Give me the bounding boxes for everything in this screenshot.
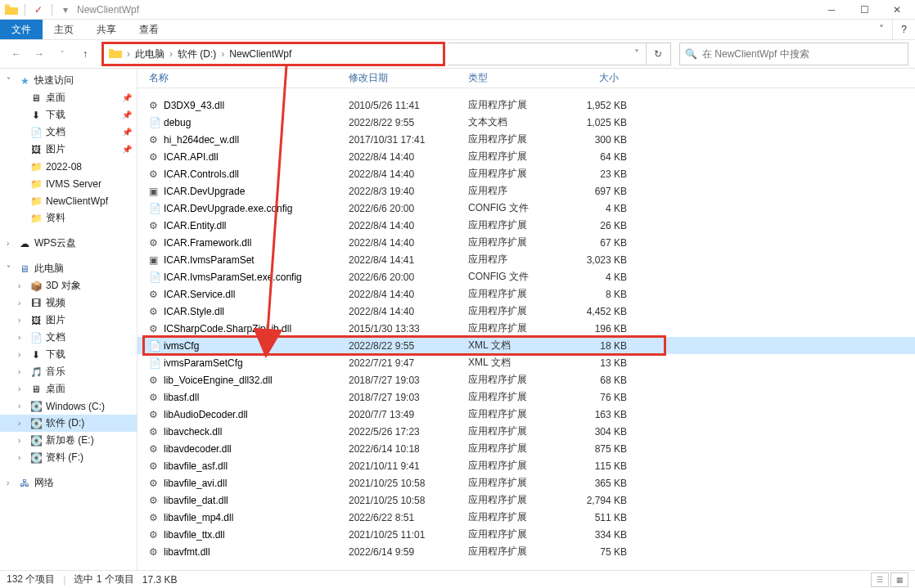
- refresh-button[interactable]: ↻: [646, 43, 669, 65]
- chevron-right-icon[interactable]: ›: [7, 239, 15, 248]
- tab-share[interactable]: 共享: [85, 20, 128, 39]
- chevron-right-icon[interactable]: ›: [18, 350, 26, 359]
- table-row[interactable]: ⚙libasf.dll2018/7/27 19:03应用程序扩展76 KB: [137, 388, 915, 406]
- breadcrumb[interactable]: › 此电脑 › 软件 (D:) › NewClientWpf: [101, 42, 445, 66]
- table-row[interactable]: 📄ICAR.DevUpgrade.exe.config2022/6/6 20:0…: [137, 200, 915, 217]
- this-pc[interactable]: ˅ 🖥 此电脑: [0, 260, 137, 277]
- chevron-right-icon[interactable]: ›: [18, 333, 26, 342]
- sidebar-item[interactable]: 🖼图片📌: [0, 141, 137, 158]
- table-row[interactable]: ⚙libavfile_mp4.dll2022/6/22 8:51应用程序扩展51…: [137, 509, 915, 526]
- sidebar-item[interactable]: ›🖥桌面: [0, 380, 137, 397]
- table-row[interactable]: ⚙ICAR.API.dll2022/8/4 14:40应用程序扩展64 KB: [137, 148, 915, 165]
- chevron-right-icon[interactable]: ›: [18, 281, 26, 290]
- table-row[interactable]: ⚙libavfile_asf.dll2021/10/11 9:41应用程序扩展1…: [137, 457, 915, 474]
- col-size[interactable]: 大小: [563, 71, 627, 85]
- table-row[interactable]: ⚙libavdecoder.dll2022/6/14 10:18应用程序扩展87…: [137, 440, 915, 457]
- chevron-right-icon[interactable]: ›: [18, 402, 26, 411]
- sidebar-item[interactable]: ›🖼图片: [0, 312, 137, 329]
- sidebar-item[interactable]: 📁2022-08: [0, 158, 137, 175]
- table-row[interactable]: ⚙ICAR.Entity.dll2022/8/4 14:40应用程序扩展26 K…: [137, 217, 915, 234]
- tab-file[interactable]: 文件: [0, 20, 43, 39]
- table-row[interactable]: ⚙D3DX9_43.dll2010/5/26 11:41应用程序扩展1,952 …: [137, 97, 915, 114]
- chevron-right-icon[interactable]: ›: [18, 453, 26, 462]
- table-row[interactable]: 📄ICAR.IvmsParamSet.exe.config2022/6/6 20…: [137, 268, 915, 285]
- chevron-right-icon[interactable]: ›: [18, 436, 26, 445]
- network[interactable]: › 🖧 网络: [0, 474, 137, 491]
- address-extra[interactable]: ˅ ↻: [448, 43, 671, 65]
- chevron-down-icon[interactable]: ˅: [7, 264, 15, 273]
- navigation-pane[interactable]: ˅ ★ 快速访问 🖥桌面📌⬇下载📌📄文档📌🖼图片📌📁2022-08📁IVMS S…: [0, 69, 137, 570]
- table-row[interactable]: ⚙libavfmt.dll2022/6/14 9:59应用程序扩展75 KB: [137, 543, 915, 560]
- crumb-drive[interactable]: 软件 (D:): [178, 47, 216, 61]
- chevron-right-icon[interactable]: ›: [18, 316, 26, 325]
- chevron-down-icon[interactable]: ˅: [7, 76, 15, 85]
- table-row[interactable]: ▣ICAR.IvmsParamSet2022/8/4 14:41应用程序3,02…: [137, 251, 915, 268]
- chevron-right-icon[interactable]: ›: [18, 298, 26, 307]
- col-name[interactable]: 名称: [149, 71, 349, 85]
- view-details-icon[interactable]: ☰: [871, 572, 889, 587]
- chevron-right-icon[interactable]: ›: [18, 419, 26, 428]
- chevron-right-icon[interactable]: ›: [125, 48, 132, 60]
- sidebar-item[interactable]: 📁资料: [0, 209, 137, 227]
- up-button[interactable]: ↑: [75, 44, 95, 64]
- search-box[interactable]: 🔍: [679, 43, 908, 65]
- sidebar-item[interactable]: ›💽资料 (F:): [0, 449, 137, 466]
- table-row[interactable]: ⚙libAudioDecoder.dll2020/7/7 13:49应用程序扩展…: [137, 406, 915, 423]
- sidebar-item[interactable]: 🖥桌面📌: [0, 89, 137, 106]
- chevron-right-icon[interactable]: ›: [7, 478, 15, 487]
- sidebar-item[interactable]: ›💽软件 (D:): [0, 415, 137, 432]
- table-row[interactable]: ⚙libavfile_ttx.dll2021/10/25 11:01应用程序扩展…: [137, 526, 915, 543]
- address-dropdown-icon[interactable]: ˅: [629, 48, 644, 60]
- search-input[interactable]: [702, 48, 903, 60]
- table-row[interactable]: ⚙libavcheck.dll2022/5/26 17:23应用程序扩展304 …: [137, 423, 915, 440]
- col-type[interactable]: 类型: [468, 71, 563, 85]
- wps-cloud[interactable]: › ☁ WPS云盘: [0, 235, 137, 252]
- minimize-button[interactable]: ─: [815, 0, 848, 20]
- table-row[interactable]: ⚙ICSharpCode.SharpZipLib.dll2015/1/30 13…: [137, 320, 915, 337]
- sidebar-item[interactable]: 📄文档📌: [0, 123, 137, 141]
- crumb-folder[interactable]: NewClientWpf: [229, 48, 291, 60]
- sidebar-item[interactable]: 📁IVMS Server: [0, 175, 137, 192]
- table-row[interactable]: ⚙hi_h264dec_w.dll2017/10/31 17:41应用程序扩展3…: [137, 131, 915, 148]
- table-row[interactable]: ▣ICAR.DevUpgrade2022/8/3 19:40应用程序697 KB: [137, 182, 915, 200]
- sidebar-item[interactable]: ›📄文档: [0, 329, 137, 346]
- sidebar-item[interactable]: ›💽Windows (C:): [0, 397, 137, 415]
- chevron-right-icon[interactable]: ›: [18, 384, 26, 393]
- sidebar-item[interactable]: ›🎞视频: [0, 294, 137, 312]
- recent-dropdown-icon[interactable]: ˅: [52, 44, 72, 64]
- column-headers[interactable]: 名称 修改日期 类型 大小: [137, 69, 915, 88]
- table-row[interactable]: ⚙libavfile_dat.dll2021/10/25 10:58应用程序扩展…: [137, 491, 915, 509]
- table-row[interactable]: ⚙libavfile_avi.dll2021/10/25 10:58应用程序扩展…: [137, 474, 915, 491]
- table-row[interactable]: 📄ivmsParamSetCfg2022/7/21 9:47XML 文档13 K…: [137, 354, 915, 371]
- help-button[interactable]: ?: [892, 20, 915, 39]
- back-button[interactable]: ←: [7, 44, 26, 64]
- sidebar-item[interactable]: 📁NewClientWpf: [0, 192, 137, 209]
- sidebar-item[interactable]: ›📦3D 对象: [0, 277, 137, 294]
- maximize-button[interactable]: ☐: [848, 0, 881, 20]
- sidebar-item[interactable]: ⬇下载📌: [0, 106, 137, 123]
- sidebar-item[interactable]: ›💽新加卷 (E:): [0, 432, 137, 449]
- chevron-right-icon[interactable]: ›: [18, 367, 26, 376]
- ribbon-expand-icon[interactable]: ˅: [871, 20, 892, 39]
- qat-overflow-icon[interactable]: ▾: [59, 3, 72, 16]
- sidebar-item[interactable]: ›⬇下载: [0, 346, 137, 363]
- properties-icon[interactable]: ✓: [32, 3, 45, 16]
- crumb-pc[interactable]: 此电脑: [135, 47, 165, 61]
- forward-button[interactable]: →: [29, 44, 49, 64]
- table-row[interactable]: ⚙lib_VoiceEngine_dll32.dll2018/7/27 19:0…: [137, 371, 915, 388]
- table-row[interactable]: ⚙ICAR.Framework.dll2022/8/4 14:40应用程序扩展6…: [137, 234, 915, 251]
- table-row[interactable]: 📄debug2022/8/22 9:55文本文档1,025 KB: [137, 114, 915, 131]
- col-date[interactable]: 修改日期: [349, 71, 468, 85]
- chevron-right-icon[interactable]: ›: [219, 48, 226, 60]
- table-row[interactable]: ⚙ICAR.Controls.dll2022/8/4 14:40应用程序扩展23…: [137, 165, 915, 182]
- table-row[interactable]: ⚙ICAR.Style.dll2022/8/4 14:40应用程序扩展4,452…: [137, 303, 915, 320]
- chevron-right-icon[interactable]: ›: [168, 48, 174, 60]
- file-rows[interactable]: ⚙D3DX9_43.dll2010/5/26 11:41应用程序扩展1,952 …: [137, 88, 915, 570]
- quick-access[interactable]: ˅ ★ 快速访问: [0, 72, 137, 89]
- sidebar-item[interactable]: ›🎵音乐: [0, 363, 137, 380]
- view-large-icon[interactable]: ▦: [890, 572, 908, 587]
- close-button[interactable]: ✕: [881, 0, 913, 20]
- tab-view[interactable]: 查看: [128, 20, 170, 39]
- table-row[interactable]: 📄ivmsCfg2022/8/22 9:55XML 文档18 KB: [137, 337, 915, 354]
- table-row[interactable]: ⚙ICAR.Service.dll2022/8/4 14:40应用程序扩展8 K…: [137, 285, 915, 303]
